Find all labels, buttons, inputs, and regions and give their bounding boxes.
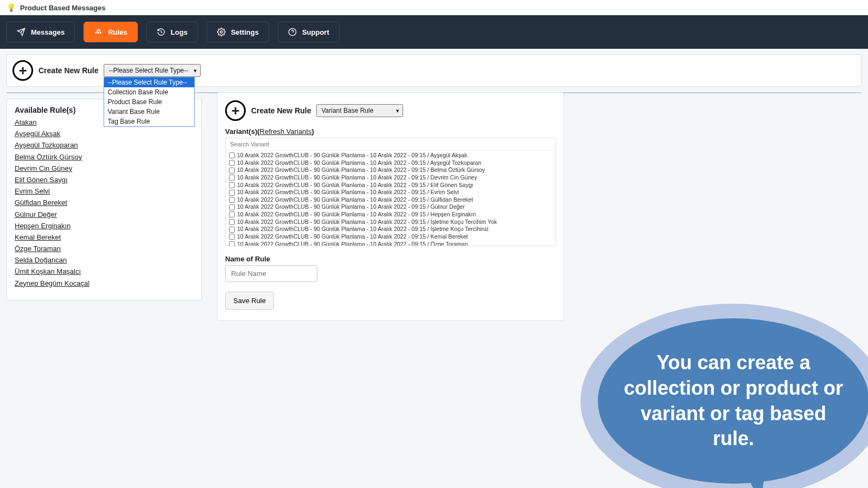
bulb-icon: 💡 — [7, 3, 16, 12]
variant-checkbox[interactable] — [229, 152, 235, 158]
nav-settings[interactable]: Settings — [207, 22, 269, 42]
variants-header: Variant(s)(Refresh Variants) — [225, 127, 556, 136]
dropdown-option[interactable]: Product Base Rule — [104, 97, 194, 107]
add-rule-button[interactable]: + — [12, 60, 33, 81]
variant-checkbox[interactable] — [229, 241, 235, 246]
save-rule-button[interactable]: Save Rule — [225, 292, 274, 310]
variant-checkbox[interactable] — [229, 190, 235, 196]
variant-label: 10 Aralık 2022 GrowthCLUB - 90 Günlük Pl… — [237, 211, 476, 219]
rule-link[interactable]: Gülfidan Bereket — [15, 198, 194, 208]
rule-link[interactable]: Elif Gönen Saygı — [15, 175, 194, 185]
rule-name-label: Name of Rule — [225, 255, 556, 263]
rule-link[interactable]: Evrim Selvi — [15, 187, 194, 196]
rule-link[interactable]: Belma Öztürk Gürsoy — [15, 152, 194, 162]
nav-messages[interactable]: Messages — [7, 22, 75, 42]
variant-checkbox[interactable] — [229, 197, 235, 203]
dropdown-option[interactable]: --Please Select Rule Type-- — [104, 78, 194, 87]
variant-checkbox[interactable] — [229, 219, 235, 225]
nav-label: Rules — [108, 28, 127, 36]
dropdown-option[interactable]: Variant Base Rule — [104, 107, 194, 117]
variant-row: 10 Aralık 2022 GrowthCLUB - 90 Günlük Pl… — [228, 152, 553, 159]
refresh-variants-link[interactable]: Refresh Variants — [260, 127, 312, 136]
create-rule-panel: + Create New Rule --Please Select Rule T… — [7, 54, 861, 87]
svg-point-0 — [220, 31, 222, 33]
variant-label: 10 Aralık 2022 GrowthCLUB - 90 Günlük Pl… — [237, 226, 489, 233]
variant-row: 10 Aralık 2022 GrowthCLUB - 90 Günlük Pl… — [228, 189, 553, 196]
rule-link[interactable]: Devrim Cin Güney — [15, 164, 194, 174]
nav-support[interactable]: Support — [278, 22, 340, 42]
gear-icon — [217, 28, 226, 36]
variant-checkbox[interactable] — [229, 175, 235, 181]
bubble-text: You can create a collection or product o… — [620, 350, 847, 452]
rule-link[interactable]: Selda Doğancan — [15, 255, 194, 265]
variant-label: 10 Aralık 2022 GrowthCLUB - 90 Günlük Pl… — [237, 196, 473, 204]
history-icon — [157, 28, 165, 36]
variant-label: 10 Aralık 2022 GrowthCLUB - 90 Günlük Pl… — [237, 152, 467, 159]
variant-checkbox[interactable] — [229, 160, 235, 166]
paper-plane-icon — [17, 28, 25, 36]
variants-label: Variant(s) — [225, 127, 257, 136]
variant-row: 10 Aralık 2022 GrowthCLUB - 90 Günlük Pl… — [228, 196, 553, 204]
variant-search-input[interactable] — [226, 138, 556, 151]
rule-name-input[interactable] — [225, 265, 317, 282]
variant-checkbox[interactable] — [229, 234, 235, 240]
rule-link[interactable]: Zeynep Begüm Kocaçal — [15, 279, 194, 288]
create-rule-label: Create New Rule — [39, 66, 98, 75]
variant-label: 10 Aralık 2022 GrowthCLUB - 90 Günlük Pl… — [237, 189, 459, 196]
variant-checkbox[interactable] — [229, 168, 235, 174]
rule-link[interactable]: Ayşegül Akşak — [15, 129, 194, 139]
rule-type-select[interactable]: --Please Select Rule Type-- — [104, 64, 201, 77]
variant-row: 10 Aralık 2022 GrowthCLUB - 90 Günlük Pl… — [228, 203, 553, 211]
help-icon — [288, 28, 297, 36]
rule-type-select[interactable]: Variant Base Rule — [316, 104, 403, 117]
variant-row: 10 Aralık 2022 GrowthCLUB - 90 Günlük Pl… — [228, 166, 553, 174]
variant-label: 10 Aralık 2022 GrowthCLUB - 90 Günlük Pl… — [237, 159, 481, 167]
nav-label: Support — [302, 28, 329, 36]
variant-row: 10 Aralık 2022 GrowthCLUB - 90 Günlük Pl… — [228, 174, 553, 182]
rule-link[interactable]: Gülnur Değer — [15, 210, 194, 220]
rule-type-dropdown: --Please Select Rule Type-- Collection B… — [104, 77, 195, 127]
nav-label: Logs — [171, 28, 188, 36]
variant-row: 10 Aralık 2022 GrowthCLUB - 90 Günlük Pl… — [228, 219, 553, 226]
variant-label: 10 Aralık 2022 GrowthCLUB - 90 Günlük Pl… — [237, 203, 465, 211]
app-title: Product Based Messages — [20, 4, 106, 12]
variant-label: 10 Aralık 2022 GrowthCLUB - 90 Günlük Pl… — [237, 166, 485, 174]
variant-row: 10 Aralık 2022 GrowthCLUB - 90 Günlük Pl… — [228, 182, 553, 189]
variant-row: 10 Aralık 2022 GrowthCLUB - 90 Günlük Pl… — [228, 226, 553, 233]
nav-logs[interactable]: Logs — [146, 22, 198, 42]
variant-checkbox[interactable] — [229, 182, 235, 188]
rule-link[interactable]: Ümit Koşkan Maşalcı — [15, 267, 194, 277]
rule-link[interactable]: Özge Toraman — [15, 244, 194, 254]
nav-label: Settings — [231, 28, 259, 36]
variant-label: 10 Aralık 2022 GrowthCLUB - 90 Günlük Pl… — [237, 219, 497, 226]
app-header: 💡 Product Based Messages — [0, 0, 868, 15]
variant-label: 10 Aralık 2022 GrowthCLUB - 90 Günlük Pl… — [237, 174, 477, 182]
main-nav: Messages Rules Logs Settings Support — [0, 15, 868, 49]
handshake-icon — [94, 28, 103, 36]
variant-checkbox[interactable] — [229, 227, 235, 233]
dropdown-option[interactable]: Tag Base Rule — [104, 117, 194, 126]
rule-link[interactable]: Kemal Bereket — [15, 233, 194, 242]
nav-rules[interactable]: Rules — [84, 22, 137, 42]
available-rules-panel: Available Rule(s) AtakanAyşegül AkşakAyş… — [7, 99, 202, 300]
variant-label: 10 Aralık 2022 GrowthCLUB - 90 Günlük Pl… — [237, 241, 468, 246]
variant-label: 10 Aralık 2022 GrowthCLUB - 90 Günlük Pl… — [237, 233, 468, 241]
rule-link[interactable]: Hepşen Erginakın — [15, 221, 194, 231]
dropdown-option[interactable]: Collection Base Rule — [104, 87, 194, 97]
variant-row: 10 Aralık 2022 GrowthCLUB - 90 Günlük Pl… — [228, 233, 553, 241]
variant-checkbox[interactable] — [229, 204, 235, 210]
rule-link[interactable]: Ayşegül Tozkoparan — [15, 140, 194, 150]
variant-label: 10 Aralık 2022 GrowthCLUB - 90 Günlük Pl… — [237, 182, 473, 189]
nav-label: Messages — [31, 28, 65, 36]
add-rule-button[interactable]: + — [225, 100, 246, 121]
create-rule-label: Create New Rule — [251, 106, 311, 115]
variant-row: 10 Aralık 2022 GrowthCLUB - 90 Günlük Pl… — [228, 241, 553, 246]
variant-checkbox[interactable] — [229, 211, 235, 217]
variant-rule-panel: + Create New Rule Variant Base Rule Vari… — [217, 92, 564, 321]
variant-row: 10 Aralık 2022 GrowthCLUB - 90 Günlük Pl… — [228, 159, 553, 167]
variant-row: 10 Aralık 2022 GrowthCLUB - 90 Günlük Pl… — [228, 211, 553, 219]
variant-list: 10 Aralık 2022 GrowthCLUB - 90 Günlük Pl… — [225, 138, 556, 246]
